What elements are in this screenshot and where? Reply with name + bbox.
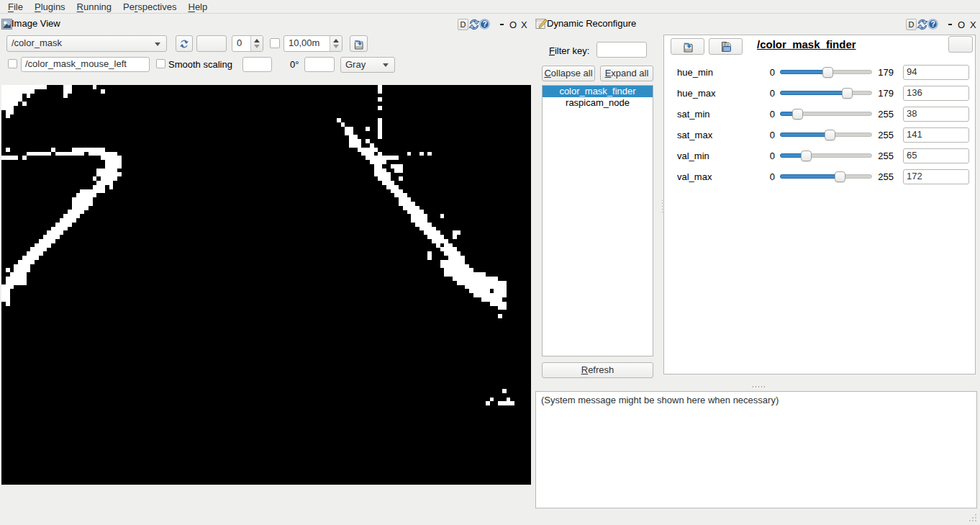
svg-text:?: ? [930,19,935,28]
svg-text:?: ? [482,19,486,28]
